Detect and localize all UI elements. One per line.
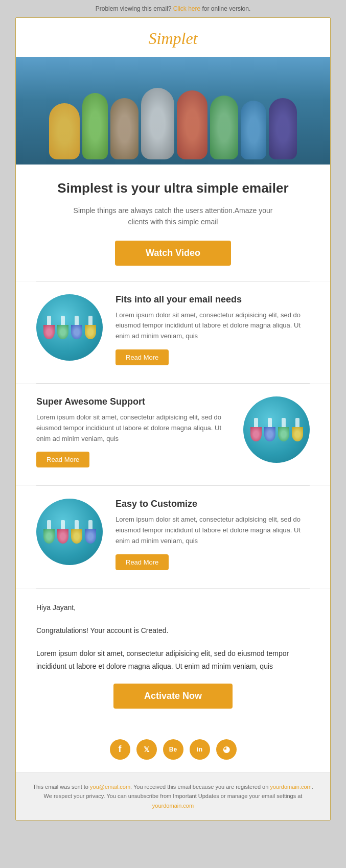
- main-subtext: Simple things are always catch the users…: [71, 205, 275, 228]
- preheader-link[interactable]: Click here: [173, 5, 200, 12]
- hero-char-8: [269, 98, 297, 159]
- hero-char-3: [110, 98, 139, 159]
- preheader: Problem viewing this email? Click here f…: [0, 0, 346, 17]
- activate-center: Activate Now: [36, 684, 310, 709]
- preheader-text: Problem viewing this email?: [96, 5, 172, 12]
- feature-title-1: Fits into all your email needs: [116, 294, 310, 305]
- feature-title-2: Super Awesome Support: [36, 396, 230, 407]
- hero-image: [16, 57, 330, 165]
- preheader-text-after: for online version.: [202, 5, 251, 12]
- email-wrapper: Simplet Simplest is your ultra simple em…: [15, 17, 331, 820]
- feature-section-3: Easy to Customize Lorem ipsum dolor sit …: [16, 486, 330, 588]
- feature-desc-1: Lorem ipsum dolor sit amet, consectetur …: [116, 310, 310, 342]
- main-heading: Simplest is your ultra simple emailer: [36, 180, 310, 197]
- greeting-line1: Congratulations! Your account is Created…: [36, 624, 310, 637]
- linkedin-icon[interactable]: in: [190, 739, 210, 760]
- hero-char-4: [141, 88, 174, 159]
- logo-area: Simplet: [16, 18, 330, 57]
- footer-middle: . You received this email because you ar…: [130, 784, 268, 790]
- activate-now-button[interactable]: Activate Now: [113, 684, 233, 709]
- behance-icon[interactable]: Be: [163, 739, 183, 760]
- feature-image-1: [36, 294, 103, 361]
- feature-text-1: Fits into all your email needs Lorem ips…: [116, 294, 310, 365]
- greeting-salutation: Hiya Jayant,: [36, 601, 310, 614]
- feature-image-2: [243, 396, 310, 463]
- logo-text: Simplet: [26, 29, 320, 48]
- social-icons-row: f 𝕏 Be in ◕: [36, 739, 310, 760]
- hero-char-7: [241, 101, 266, 159]
- feature-row-1: Fits into all your email needs Lorem ips…: [36, 294, 310, 365]
- hero-char-5: [177, 90, 207, 159]
- feature-row-2: Super Awesome Support Lorem ipsum dolor …: [36, 396, 310, 467]
- footer-domain[interactable]: yourdomain.com: [270, 784, 311, 790]
- feature-title-3: Easy to Customize: [116, 499, 310, 509]
- greeting-body: Lorem ipsum dolor sit amet, consectetur …: [36, 647, 310, 673]
- footer-email[interactable]: you@email.com: [90, 784, 130, 790]
- read-more-button-2[interactable]: Read More: [36, 452, 89, 467]
- hero-char-1: [49, 103, 80, 159]
- watch-video-button[interactable]: Watch Video: [115, 241, 231, 266]
- feature-desc-3: Lorem ipsum dolor sit amet, consectetur …: [116, 514, 310, 546]
- social-section: f 𝕏 Be in ◕: [16, 729, 330, 772]
- feature-image-3: [36, 499, 103, 565]
- feature-text-3: Easy to Customize Lorem ipsum dolor sit …: [116, 499, 310, 570]
- feature-section-1: Fits into all your email needs Lorem ips…: [16, 281, 330, 383]
- greeting-section: Hiya Jayant, Congratulations! Your accou…: [16, 589, 330, 729]
- facebook-icon[interactable]: f: [110, 739, 130, 760]
- hero-char-6: [210, 96, 238, 159]
- feature-text-2: Super Awesome Support Lorem ipsum dolor …: [36, 396, 230, 467]
- read-more-button-1[interactable]: Read More: [116, 349, 169, 365]
- read-more-button-3[interactable]: Read More: [116, 554, 169, 570]
- feature-desc-2: Lorem ipsum dolor sit amet, consectetur …: [36, 412, 230, 444]
- intro-section: Simplest is your ultra simple emailer Si…: [16, 165, 330, 281]
- footer-section: This email was sent to you@email.com. Yo…: [16, 772, 330, 820]
- footer-domain2[interactable]: yourdomain.com: [152, 803, 194, 809]
- hero-char-2: [82, 93, 108, 159]
- feature-row-3: Easy to Customize Lorem ipsum dolor sit …: [36, 499, 310, 570]
- flickr-icon[interactable]: ◕: [216, 739, 237, 760]
- feature-section-2: Super Awesome Support Lorem ipsum dolor …: [16, 384, 330, 485]
- footer-text: This email was sent to: [33, 784, 90, 790]
- twitter-icon[interactable]: 𝕏: [136, 739, 157, 760]
